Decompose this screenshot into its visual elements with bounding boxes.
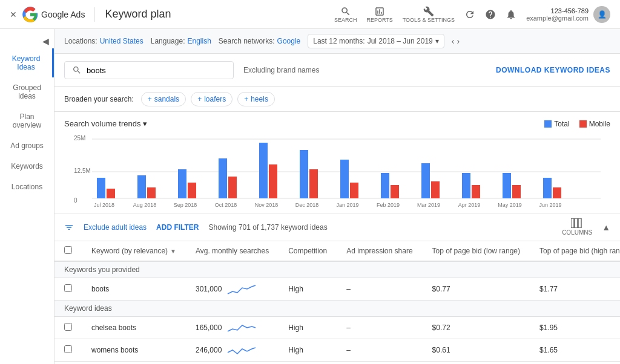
top-bar: ✕ Google Ads Keyword plan SEARCH REPORTS…: [0, 0, 620, 29]
th-competition[interactable]: Competition: [279, 241, 337, 261]
th-low-bid[interactable]: Top of page bid (low range): [423, 241, 530, 261]
chip-heels[interactable]: + heels: [237, 92, 275, 106]
page-title: Keyword plan: [105, 8, 171, 21]
plus-icon: +: [197, 95, 202, 103]
svg-text:Oct 2018: Oct 2018: [215, 202, 237, 208]
chart-section: Search volume trends ▾ Total Mobile: [54, 112, 620, 213]
columns-button[interactable]: COLUMNS: [562, 218, 592, 236]
svg-text:Jun 2019: Jun 2019: [539, 202, 561, 208]
account-email: example@gmail.com: [526, 15, 589, 22]
th-ad-share[interactable]: Ad impression share: [337, 241, 422, 261]
filter-row: Exclude adult ideas ADD FILTER Showing 7…: [54, 213, 620, 241]
bar-mobile-1: [147, 187, 156, 198]
search-icon: [72, 65, 82, 75]
exclude-link[interactable]: Exclude adult ideas: [84, 223, 147, 232]
chip-loafers[interactable]: + loafers: [191, 92, 232, 106]
download-button[interactable]: DOWNLOAD KEYWORD IDEAS: [496, 66, 610, 74]
high-bid-cell: $1.77: [530, 278, 620, 301]
svg-text:Aug 2018: Aug 2018: [133, 202, 157, 208]
chart-legend: Total Mobile: [544, 120, 610, 128]
th-avg[interactable]: Avg. monthly searches: [186, 241, 279, 261]
close-icon[interactable]: ✕: [10, 10, 17, 19]
bar-total-6: [340, 160, 349, 198]
account-info[interactable]: 123-456-789 example@gmail.com 👤: [526, 6, 610, 23]
reports-icon-btn[interactable]: REPORTS: [366, 6, 392, 23]
bar-total-3: [219, 158, 227, 198]
sidebar-item-keywords[interactable]: Keywords: [0, 156, 54, 177]
locations-value[interactable]: United States: [100, 37, 143, 45]
filter-icon: [64, 223, 74, 232]
th-high-bid[interactable]: Top of page bid (high range): [530, 241, 620, 261]
bar-total-7: [381, 173, 389, 198]
help-icon-btn[interactable]: [485, 9, 496, 20]
avatar[interactable]: 👤: [593, 6, 610, 23]
keyword-input[interactable]: [87, 66, 208, 75]
row-checkbox-boots[interactable]: [54, 278, 82, 301]
google-logo: Google Ads: [22, 6, 85, 23]
table-wrap: Keyword (by relevance) ▼ Avg. monthly se…: [54, 241, 620, 364]
network-filter: Search networks: Google: [219, 37, 300, 45]
keyword-cell: boots: [82, 278, 186, 301]
th-keyword[interactable]: Keyword (by relevance) ▼: [82, 241, 186, 261]
svg-text:Sep 2018: Sep 2018: [174, 202, 197, 208]
chip-loafers-label: loafers: [204, 95, 226, 103]
columns-icon: [571, 218, 583, 228]
avg-cell: 301,000: [186, 278, 279, 301]
sidebar-item-keyword-ideas[interactable]: Keyword Ideas: [0, 48, 54, 77]
svg-text:Feb 2019: Feb 2019: [377, 202, 400, 208]
th-checkbox[interactable]: [54, 241, 82, 261]
excluding-label: Excluding brand names: [243, 66, 486, 74]
table-row: womens boots 246,000 High – $0.61 $1.65: [54, 339, 620, 362]
chip-sandals[interactable]: + sandals: [141, 92, 186, 106]
bar-mobile-4: [269, 164, 277, 198]
collapse-button[interactable]: ▲: [602, 223, 610, 232]
bar-mobile-9: [472, 185, 480, 198]
bar-mobile-8: [431, 181, 440, 198]
notifications-icon-btn[interactable]: [506, 9, 516, 20]
legend-total-label: Total: [554, 120, 569, 128]
legend-mobile-label: Mobile: [589, 120, 610, 128]
showing-text: Showing 701 of 1,737 keyword ideas: [209, 223, 328, 232]
svg-text:Dec 2018: Dec 2018: [295, 202, 319, 208]
chip-heels-label: heels: [251, 95, 268, 103]
chart-title-row[interactable]: Search volume trends ▾ Total Mobile: [64, 119, 610, 128]
chart-container: 25M 12.5M 0 Jul 2018 Aug 2: [64, 133, 610, 206]
network-value[interactable]: Google: [277, 37, 301, 45]
locations-filter: Locations: United States: [64, 37, 143, 45]
bar-total-9: [462, 173, 470, 198]
date-selector[interactable]: Last 12 months: Jul 2018 – Jun 2019 ▾: [308, 34, 444, 48]
chip-sandals-label: sandals: [154, 95, 179, 103]
sidebar-item-locations[interactable]: Locations: [0, 177, 54, 197]
plus-icon: +: [148, 95, 152, 103]
add-filter-button[interactable]: ADD FILTER: [156, 223, 199, 232]
chart-chevron-icon: ▾: [143, 119, 147, 128]
tools-icon-btn[interactable]: TOOLS & SETTINGS: [403, 6, 455, 23]
bar-mobile-0: [107, 189, 115, 198]
date-value: Jul 2018 – Jun 2019: [368, 37, 433, 45]
refresh-icon-btn[interactable]: [464, 9, 475, 20]
prev-arrow[interactable]: ‹: [452, 36, 455, 46]
sidebar-item-ad-groups[interactable]: Ad groups: [0, 135, 54, 156]
language-value[interactable]: English: [187, 37, 211, 45]
sidebar-collapse-icon[interactable]: ◀: [42, 36, 49, 46]
chevron-down-icon: ▾: [435, 37, 439, 45]
svg-rect-19: [575, 218, 578, 228]
search-icon-btn[interactable]: SEARCH: [334, 6, 357, 23]
bar-total-10: [503, 173, 511, 198]
svg-text:12.5M: 12.5M: [74, 167, 91, 174]
bar-mobile-11: [553, 187, 561, 198]
svg-text:Jan 2019: Jan 2019: [336, 202, 358, 208]
bar-mobile-3: [228, 177, 237, 198]
sidebar-item-plan-overview[interactable]: Plan overview: [0, 106, 54, 135]
keyword-table: Keyword (by relevance) ▼ Avg. monthly se…: [54, 241, 620, 364]
main-content: Locations: United States Language: Engli…: [54, 29, 620, 364]
filter-bar: Locations: United States Language: Engli…: [54, 29, 620, 54]
svg-text:Apr 2019: Apr 2019: [458, 202, 481, 208]
select-all-checkbox[interactable]: [64, 246, 72, 254]
sidebar-item-grouped-ideas[interactable]: Grouped ideas: [0, 77, 54, 106]
bar-mobile-10: [512, 185, 521, 198]
next-arrow[interactable]: ›: [457, 36, 460, 46]
bar-mobile-6: [350, 183, 358, 198]
svg-text:25M: 25M: [74, 135, 85, 141]
app-name: Google Ads: [41, 10, 85, 19]
